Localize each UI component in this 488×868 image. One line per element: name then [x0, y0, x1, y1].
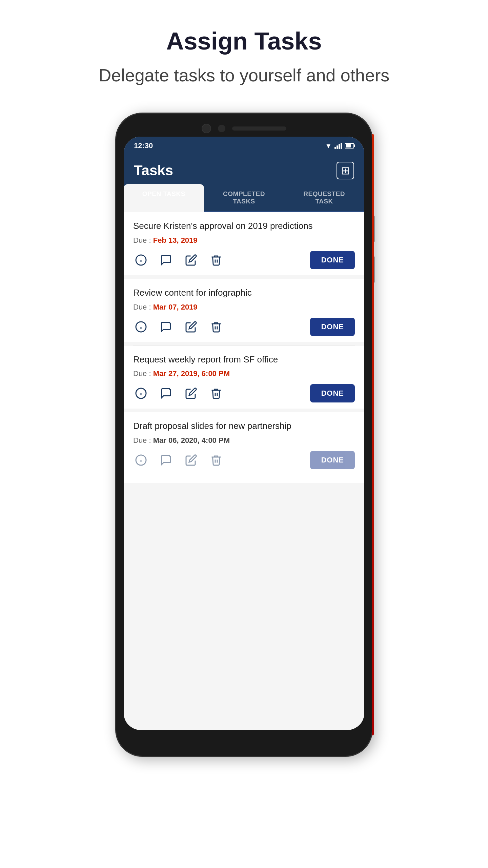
task-due-date: Mar 07, 2019 [153, 303, 198, 311]
comment-icon-button[interactable] [158, 252, 174, 268]
tab-requested-task[interactable]: REQUESTEDTASK [284, 184, 364, 211]
info-icon-button[interactable] [133, 319, 149, 335]
add-task-button[interactable]: ⊞ [337, 162, 354, 179]
delete-icon-button[interactable] [208, 452, 224, 468]
edit-icon-button[interactable] [183, 452, 199, 468]
done-button[interactable]: DONE [310, 451, 355, 469]
task-actions: DONE [133, 318, 355, 336]
battery-icon [345, 143, 354, 149]
task-title: Request weekly report from SF office [133, 354, 355, 366]
task-item: Review content for infographic Due : Mar… [124, 279, 364, 342]
tab-completed-tasks[interactable]: COMPLETEDTASKS [204, 184, 284, 211]
task-item: Request weekly report from SF office Due… [124, 346, 364, 409]
task-actions: DONE [133, 384, 355, 402]
task-due: Due : Mar 06, 2020, 4:00 PM [133, 436, 355, 445]
app-header-title: Tasks [134, 162, 173, 179]
delete-icon-button[interactable] [208, 252, 224, 268]
done-button[interactable]: DONE [310, 251, 355, 269]
comment-icon-button[interactable] [158, 452, 174, 468]
task-due: Due : Mar 27, 2019, 6:00 PM [133, 369, 355, 378]
task-title: Review content for infographic [133, 287, 355, 299]
task-due-date: Feb 13, 2019 [153, 236, 198, 244]
task-list: Secure Kristen's approval on 2019 predic… [124, 212, 364, 483]
delete-icon-button[interactable] [208, 319, 224, 335]
page-title: Assign Tasks [166, 27, 322, 55]
done-button[interactable]: DONE [310, 384, 355, 402]
status-bar: 12:30 ▼ [124, 137, 364, 155]
task-due-date: Mar 06, 2020, 4:00 PM [153, 436, 230, 445]
task-item: Draft proposal slides for new partnershi… [124, 412, 364, 483]
task-title: Draft proposal slides for new partnershi… [133, 420, 355, 432]
task-due: Due : Feb 13, 2019 [133, 236, 355, 245]
comment-icon-button[interactable] [158, 386, 174, 401]
info-icon-button[interactable] [133, 252, 149, 268]
info-icon-button[interactable] [133, 386, 149, 401]
add-icon: ⊞ [341, 164, 350, 177]
side-button-1 [372, 215, 374, 242]
comment-icon-button[interactable] [158, 319, 174, 335]
done-button[interactable]: DONE [310, 318, 355, 336]
phone-screen: 12:30 ▼ Tasks ⊞ [124, 137, 364, 730]
task-actions: DONE [133, 451, 355, 469]
task-item: Secure Kristen's approval on 2019 predic… [124, 212, 364, 275]
speaker-grille [232, 126, 286, 131]
delete-icon-button[interactable] [208, 386, 224, 401]
app-header: Tasks ⊞ [124, 155, 364, 184]
edit-icon-button[interactable] [183, 386, 199, 401]
signal-icon [334, 143, 342, 149]
edit-icon-button[interactable] [183, 319, 199, 335]
phone-top-bar [124, 124, 364, 133]
tabs-bar: OPEN TASKS COMPLETEDTASKS REQUESTEDTASK [124, 184, 364, 212]
status-icons: ▼ [325, 142, 354, 150]
task-due: Due : Mar 07, 2019 [133, 303, 355, 312]
task-actions: DONE [133, 251, 355, 269]
status-time: 12:30 [134, 141, 153, 150]
page-subtitle: Delegate tasks to yourself and others [99, 65, 389, 85]
battery-fill [346, 144, 351, 147]
tab-open-tasks[interactable]: OPEN TASKS [124, 184, 204, 211]
info-icon-button[interactable] [133, 452, 149, 468]
side-button-2 [372, 256, 374, 283]
phone-frame: 12:30 ▼ Tasks ⊞ [115, 113, 373, 757]
camera-sensor [202, 124, 211, 133]
proximity-sensor [218, 125, 225, 132]
edit-icon-button[interactable] [183, 252, 199, 268]
task-due-date: Mar 27, 2019, 6:00 PM [153, 369, 230, 378]
task-title: Secure Kristen's approval on 2019 predic… [133, 220, 355, 232]
wifi-icon: ▼ [325, 142, 332, 150]
